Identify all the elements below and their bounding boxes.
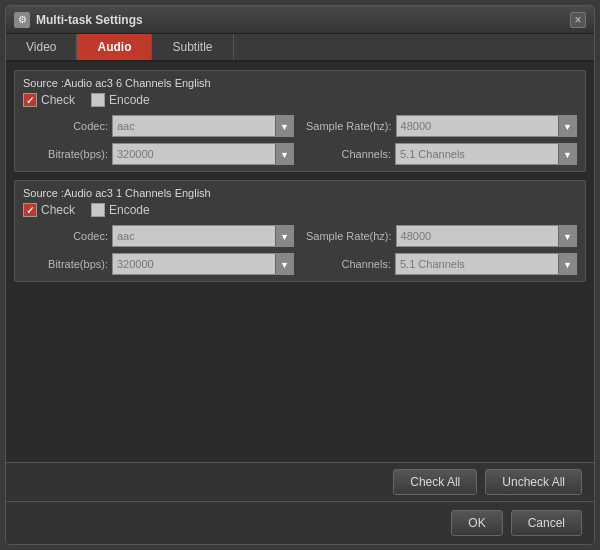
content-area: Source :Audio ac3 6 Channels English Che… <box>6 62 594 462</box>
form-grid-1: Codec: aac ▼ Sample Rate(hz): 48000 ▼ Bi… <box>23 115 577 165</box>
channels-select-2[interactable]: 5.1 Channels ▼ <box>395 253 577 275</box>
check-checkbox-1[interactable] <box>23 93 37 107</box>
check-item-1: Check <box>23 93 75 107</box>
audio-source-block-2: Source :Audio ac3 1 Channels English Che… <box>14 180 586 282</box>
channels-select-1[interactable]: 5.1 Channels ▼ <box>395 143 577 165</box>
bitrate-row-2: Bitrate(bps): 320000 ▼ <box>23 253 294 275</box>
check-all-button[interactable]: Check All <box>393 469 477 495</box>
channels-arrow-2: ▼ <box>558 254 576 275</box>
channels-arrow-1: ▼ <box>558 144 576 165</box>
channels-label-1: Channels: <box>306 148 391 160</box>
close-button[interactable]: × <box>570 12 586 28</box>
tab-bar: Video Audio Subtitle <box>6 34 594 62</box>
codec-label-2: Codec: <box>23 230 108 242</box>
window-icon: ⚙ <box>14 12 30 28</box>
check-item-2: Check <box>23 203 75 217</box>
check-label-1: Check <box>41 93 75 107</box>
encode-checkbox-1[interactable] <box>91 93 105 107</box>
encode-label-2: Encode <box>109 203 150 217</box>
samplerate-select-2[interactable]: 48000 ▼ <box>396 225 577 247</box>
ok-button[interactable]: OK <box>451 510 502 536</box>
channels-row-1: Channels: 5.1 Channels ▼ <box>306 143 577 165</box>
title-bar: ⚙ Multi-task Settings × <box>6 6 594 34</box>
codec-label-1: Codec: <box>23 120 108 132</box>
bitrate-label-2: Bitrate(bps): <box>23 258 108 270</box>
window-title: Multi-task Settings <box>36 13 570 27</box>
bitrate-arrow-2: ▼ <box>275 254 293 275</box>
uncheck-all-button[interactable]: Uncheck All <box>485 469 582 495</box>
bitrate-label-1: Bitrate(bps): <box>23 148 108 160</box>
samplerate-arrow-2: ▼ <box>558 226 576 247</box>
tab-subtitle[interactable]: Subtitle <box>152 34 233 60</box>
encode-label-1: Encode <box>109 93 150 107</box>
encode-item-2: Encode <box>91 203 150 217</box>
source-label-1: Source :Audio ac3 6 Channels English <box>23 77 577 89</box>
encode-item-1: Encode <box>91 93 150 107</box>
samplerate-row-2: Sample Rate(hz): 48000 ▼ <box>306 225 577 247</box>
channels-label-2: Channels: <box>306 258 391 270</box>
check-label-2: Check <box>41 203 75 217</box>
codec-value-1: aac <box>113 116 275 136</box>
bitrate-value-2: 320000 <box>113 254 275 274</box>
codec-row-1: Codec: aac ▼ <box>23 115 294 137</box>
channels-value-1: 5.1 Channels <box>396 144 558 164</box>
samplerate-label-1: Sample Rate(hz): <box>306 120 392 132</box>
channels-row-2: Channels: 5.1 Channels ▼ <box>306 253 577 275</box>
encode-checkbox-2[interactable] <box>91 203 105 217</box>
bitrate-value-1: 320000 <box>113 144 275 164</box>
bitrate-select-2[interactable]: 320000 ▼ <box>112 253 294 275</box>
codec-select-1[interactable]: aac ▼ <box>112 115 294 137</box>
samplerate-arrow-1: ▼ <box>558 116 576 137</box>
codec-arrow-1: ▼ <box>275 116 293 137</box>
codec-row-2: Codec: aac ▼ <box>23 225 294 247</box>
form-grid-2: Codec: aac ▼ Sample Rate(hz): 48000 ▼ Bi… <box>23 225 577 275</box>
main-window: ⚙ Multi-task Settings × Video Audio Subt… <box>5 5 595 545</box>
samplerate-select-1[interactable]: 48000 ▼ <box>396 115 577 137</box>
bitrate-row-1: Bitrate(bps): 320000 ▼ <box>23 143 294 165</box>
audio-source-block-1: Source :Audio ac3 6 Channels English Che… <box>14 70 586 172</box>
check-row-1: Check Encode <box>23 93 577 107</box>
samplerate-value-2: 48000 <box>397 226 558 246</box>
tab-audio[interactable]: Audio <box>77 34 152 60</box>
channels-value-2: 5.1 Channels <box>396 254 558 274</box>
check-checkbox-2[interactable] <box>23 203 37 217</box>
cancel-button[interactable]: Cancel <box>511 510 582 536</box>
codec-value-2: aac <box>113 226 275 246</box>
ok-cancel-bar: OK Cancel <box>6 501 594 544</box>
codec-arrow-2: ▼ <box>275 226 293 247</box>
check-row-2: Check Encode <box>23 203 577 217</box>
samplerate-label-2: Sample Rate(hz): <box>306 230 392 242</box>
bitrate-select-1[interactable]: 320000 ▼ <box>112 143 294 165</box>
source-label-2: Source :Audio ac3 1 Channels English <box>23 187 577 199</box>
samplerate-value-1: 48000 <box>397 116 558 136</box>
samplerate-row-1: Sample Rate(hz): 48000 ▼ <box>306 115 577 137</box>
tab-video[interactable]: Video <box>6 34 77 60</box>
action-bar: Check All Uncheck All <box>6 462 594 501</box>
codec-select-2[interactable]: aac ▼ <box>112 225 294 247</box>
bitrate-arrow-1: ▼ <box>275 144 293 165</box>
